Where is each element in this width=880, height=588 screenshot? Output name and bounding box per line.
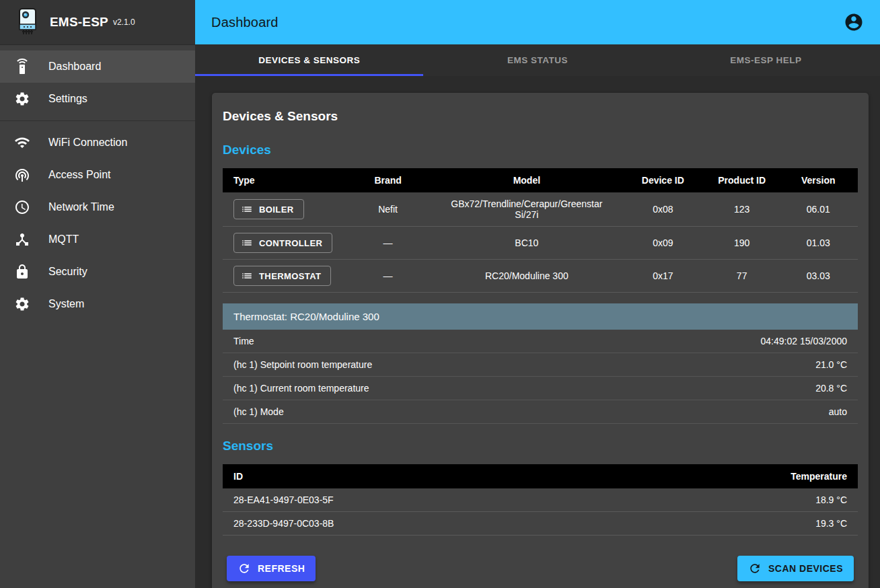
device-model: RC20/Moduline 300 [433, 260, 621, 293]
device-brand: Nefit [343, 192, 433, 227]
detail-row: (hc 1) Current room temperature 20.8 °C [223, 377, 858, 400]
sidebar-item-label: System [48, 298, 84, 310]
sidebar-item-wifi-connection[interactable]: WiFi Connection [0, 126, 195, 159]
column-header-model: Model [433, 168, 621, 192]
device-version: 01.03 [778, 227, 858, 260]
ems-esp-logo-icon [15, 7, 40, 38]
devices-sensors-card: Devices & Sensors Devices Type Brand Mod… [212, 93, 869, 588]
devices-table: Type Brand Model Device ID Product ID Ve… [223, 168, 858, 293]
sidebar-item-system[interactable]: System [0, 288, 195, 320]
sidebar-item-label: MQTT [48, 233, 79, 246]
appbar: Dashboard [195, 0, 880, 44]
detail-value: 20.8 °C [815, 383, 847, 394]
clock-icon [14, 199, 30, 215]
detail-row: (hc 1) Setpoint room temperature 21.0 °C [223, 353, 858, 377]
sensor-temperature: 19.3 °C [610, 512, 858, 536]
lock-icon [14, 264, 30, 280]
tab-label: EMS STATUS [507, 55, 568, 65]
column-header-version: Version [778, 168, 858, 192]
wifi-icon [14, 135, 30, 151]
scan-devices-button-label: SCAN DEVICES [768, 563, 843, 574]
device-product-id: 123 [705, 192, 779, 227]
tab-bar: DEVICES & SENSORS EMS STATUS EMS-ESP HEL… [195, 44, 880, 76]
sidebar-item-dashboard[interactable]: Dashboard [0, 50, 195, 83]
device-version: 03.03 [778, 260, 858, 293]
detail-row: (hc 1) Mode auto [223, 400, 858, 424]
refresh-icon [237, 562, 251, 575]
scan-devices-button[interactable]: SCAN DEVICES [737, 556, 854, 581]
device-type-label: THERMOSTAT [259, 271, 321, 281]
sensors-table: ID Temperature 28-EA41-9497-0E03-5F 18.9… [223, 464, 858, 536]
refresh-button[interactable]: REFRESH [227, 556, 316, 581]
wifi-tethering-icon [14, 167, 30, 183]
device-type-button-boiler[interactable]: BOILER [233, 199, 304, 219]
device-type-label: BOILER [259, 205, 294, 215]
sidebar-item-access-point[interactable]: Access Point [0, 159, 195, 191]
device-row-thermostat: THERMOSTAT — RC20/Moduline 300 0x17 77 0… [223, 260, 858, 293]
detail-label: (hc 1) Setpoint room temperature [233, 359, 372, 370]
app-root: EMS-ESP v2.1.0 Dashboard Settings [0, 0, 880, 588]
content-area: Devices & Sensors Devices Type Brand Mod… [195, 76, 880, 588]
gear-icon [14, 91, 30, 107]
page-title: Dashboard [211, 15, 279, 30]
actions-row: REFRESH SCAN DEVICES [227, 556, 854, 581]
device-id: 0x08 [621, 192, 705, 227]
sensors-table-header-row: ID Temperature [223, 464, 858, 488]
list-icon [241, 237, 253, 249]
account-circle-icon[interactable] [844, 12, 864, 32]
column-header-product-id: Product ID [705, 168, 779, 192]
app-name: EMS-ESP [50, 15, 108, 30]
tab-ems-esp-help[interactable]: EMS-ESP HELP [652, 44, 880, 76]
detail-value: auto [829, 406, 847, 417]
tab-label: DEVICES & SENSORS [258, 55, 360, 65]
column-header-type: Type [223, 168, 343, 192]
detail-value: 21.0 °C [815, 359, 847, 370]
device-id: 0x09 [621, 227, 705, 260]
refresh-icon [748, 562, 762, 575]
device-type-button-controller[interactable]: CONTROLLER [233, 233, 332, 253]
main-column: Dashboard DEVICES & SENSORS EMS STATUS E… [195, 0, 880, 588]
sidebar-item-label: Network Time [48, 201, 114, 213]
detail-value: 04:49:02 15/03/2000 [761, 336, 847, 346]
tab-ems-status[interactable]: EMS STATUS [423, 44, 651, 76]
sensor-row: 28-233D-9497-0C03-8B 19.3 °C [223, 512, 858, 536]
sidebar-item-label: Access Point [48, 169, 110, 181]
list-icon [241, 203, 253, 215]
device-brand: — [343, 260, 433, 293]
sidebar-item-label: Settings [48, 93, 87, 105]
column-header-device-id: Device ID [621, 168, 705, 192]
sensors-heading: Sensors [223, 439, 858, 453]
sensor-id: 28-EA41-9497-0E03-5F [223, 488, 610, 512]
detail-label: (hc 1) Current room temperature [233, 383, 369, 394]
sidebar-item-mqtt[interactable]: MQTT [0, 223, 195, 256]
sensor-id: 28-233D-9497-0C03-8B [223, 512, 610, 536]
device-id: 0x17 [621, 260, 705, 293]
detail-row: Time 04:49:02 15/03/2000 [223, 330, 858, 353]
device-details-header: Thermostat: RC20/Moduline 300 [223, 303, 858, 330]
gear-icon [14, 296, 30, 312]
sidebar-nav: Dashboard Settings WiFi Connection Acces [0, 45, 195, 320]
detail-label: (hc 1) Mode [233, 406, 284, 417]
device-model: GBx72/Trendline/Cerapur/Greenstar Si/27i [433, 192, 621, 227]
sidebar-item-security[interactable]: Security [0, 256, 195, 288]
device-version: 06.01 [778, 192, 858, 227]
tab-label: EMS-ESP HELP [730, 55, 801, 65]
device-type-button-thermostat[interactable]: THERMOSTAT [233, 266, 331, 286]
sidebar-item-settings[interactable]: Settings [0, 83, 195, 115]
refresh-button-label: REFRESH [258, 563, 305, 574]
tab-devices-sensors[interactable]: DEVICES & SENSORS [195, 44, 423, 76]
sensor-row: 28-EA41-9497-0E03-5F 18.9 °C [223, 488, 858, 512]
devices-heading: Devices [223, 143, 858, 157]
device-type-label: CONTROLLER [259, 238, 322, 248]
sensor-temperature: 18.9 °C [610, 488, 858, 512]
column-header-id: ID [223, 464, 610, 488]
detail-label: Time [233, 336, 254, 346]
column-header-brand: Brand [343, 168, 433, 192]
sidebar-item-network-time[interactable]: Network Time [0, 191, 195, 223]
sidebar: EMS-ESP v2.1.0 Dashboard Settings [0, 0, 195, 588]
device-row-controller: CONTROLLER — BC10 0x09 190 01.03 [223, 227, 858, 260]
device-hub-icon [14, 231, 30, 248]
device-row-boiler: BOILER Nefit GBx72/Trendline/Cerapur/Gre… [223, 192, 858, 227]
sidebar-header: EMS-ESP v2.1.0 [0, 0, 195, 44]
settings-remote-icon [14, 59, 30, 75]
